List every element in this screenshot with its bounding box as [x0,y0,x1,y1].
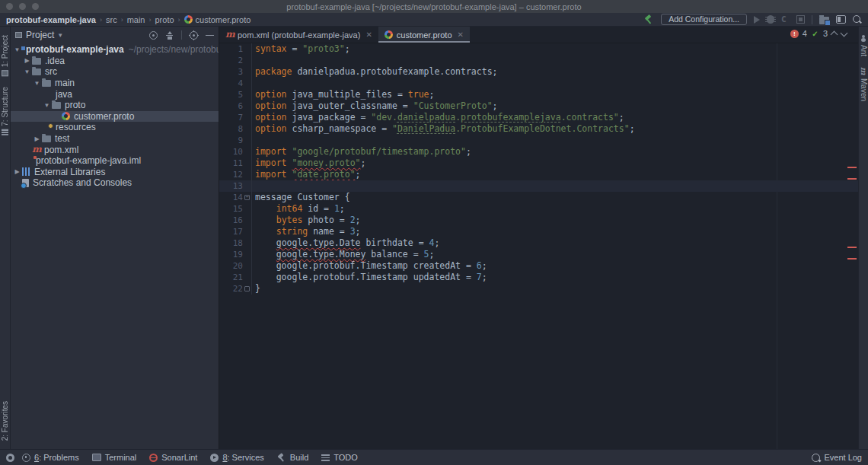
chevron-right-icon[interactable]: ▶ [32,135,42,142]
code-line[interactable]: 18 google.type.Date birthdate = 4; [219,237,858,249]
code-line[interactable]: 6option java_outer_classname = "Customer… [219,100,858,112]
previous-problem-icon[interactable] [831,30,838,37]
chevron-down-icon[interactable]: ▼ [42,102,52,109]
fold-open-icon[interactable]: − [244,195,250,200]
chevron-right-icon[interactable]: ▶ [12,168,22,175]
tool-strip-label: Ant [860,45,868,56]
chevron-down-icon[interactable]: ▼ [57,32,63,39]
project-panel-title[interactable]: Project [26,30,54,40]
code-editor[interactable]: 1syntax = "proto3";23package danielpadua… [219,43,858,449]
code-line[interactable]: 20 google.protobuf.Timestamp createdAt =… [219,260,858,272]
breadcrumb-label: proto [155,15,174,24]
code-line[interactable]: 17 string name = 3; [219,226,858,237]
chevron-right-icon[interactable]: ▶ [22,57,32,64]
build-hammer-icon[interactable] [644,14,654,24]
tree-item-main[interactable]: ▼main [11,78,219,89]
tree-item-scratches-and-consoles[interactable]: Scratches and Consoles [11,177,219,189]
collapse-all-icon[interactable] [165,31,174,40]
maven-side-icon [860,67,868,75]
tree-item-external-libraries[interactable]: ▶External Libraries [11,167,219,178]
code-line[interactable]: 2 [219,55,858,66]
tree-item-resources[interactable]: resources [11,122,219,133]
toolwindow-icon[interactable] [836,15,846,24]
code-line[interactable]: 4 [219,78,858,89]
run-icon[interactable] [754,16,760,24]
fold-column [243,89,252,100]
error-stripe-mark[interactable] [847,258,857,260]
close-icon[interactable]: ✕ [458,30,464,39]
code-line[interactable]: 21 google.protobuf.Timestamp updatedAt =… [219,272,858,283]
tool-strip-label: 1: Project [1,35,9,67]
breadcrumb-separator-icon: › [121,16,123,24]
tree-item-test[interactable]: ▶test [11,133,219,145]
breadcrumb-item[interactable]: main [127,15,145,24]
tool-strip-button-7-structure[interactable]: 7: Structure [1,87,9,135]
editor-tab-pom-xml[interactable]: pom.xml (protobuf-example-java)✕ [219,27,378,43]
next-problem-icon[interactable] [841,30,847,37]
gear-icon[interactable] [190,31,198,40]
code-line[interactable]: 11import "money.proto"; [219,158,858,169]
code-line[interactable]: 22} [219,283,858,295]
code-line[interactable]: 16 bytes photo = 2; [219,215,858,226]
close-icon[interactable]: ✕ [365,30,372,39]
chevron-down-icon[interactable]: ▼ [22,68,32,75]
code-line[interactable]: 15 int64 id = 1; [219,203,858,215]
code-line[interactable]: 1syntax = "proto3"; [219,43,858,55]
tool-strip-button-2-favorites[interactable]: 2: Favorites [1,398,9,441]
hide-panel-icon[interactable] [206,31,214,40]
status-item-services[interactable]: 8: Services [210,453,263,462]
breadcrumb-item[interactable]: src [106,15,117,24]
tree-item--idea[interactable]: ▶.idea [11,56,219,67]
code-line[interactable]: 5option java_multiple_files = true; [219,89,858,100]
editor-tab-customer-proto[interactable]: customer.proto✕ [378,27,470,43]
code-line[interactable]: 19 google.type.Money balance = 5; [219,249,858,260]
locate-file-icon[interactable] [149,31,158,40]
error-stripe-mark[interactable] [847,247,857,248]
status-item-event-log[interactable]: Event Log [812,453,862,462]
status-item-sonarlint[interactable]: SonarLint [149,453,197,462]
code-line[interactable]: 12import "date.proto"; [219,169,858,180]
search-everywhere-icon[interactable] [853,15,862,24]
ant-icon [860,35,866,42]
code-line[interactable]: 7option java_package = "dev.danielpadua.… [219,112,858,123]
status-item-build[interactable]: Build [277,453,308,462]
inspection-widget[interactable]: 4 3 [790,29,847,38]
line-number: 10 [219,146,243,158]
code-line[interactable]: 10import "google/protobuf/timestamp.prot… [219,146,858,158]
add-configuration-button[interactable]: Add Configuration... [661,14,747,25]
tree-item-customer-proto[interactable]: customer.proto [11,111,219,123]
chevron-down-icon[interactable]: ▼ [32,80,42,87]
profiler-icon[interactable] [796,15,805,24]
code-line[interactable]: 3package danielpadua.protobufexample.con… [219,66,858,78]
breadcrumb-item[interactable]: protobuf-example-java [6,15,96,24]
fold-close-icon[interactable] [244,286,250,291]
toolwindow-switcher-icon[interactable] [6,454,14,462]
debug-icon[interactable] [767,15,774,24]
folder-icon [42,135,51,142]
tool-strip-button-ant[interactable]: Ant [860,35,868,56]
error-stripe-mark[interactable] [847,178,857,180]
tree-item-protobuf-example-java-iml[interactable]: protobuf-example-java.iml [11,155,219,167]
breadcrumb-item[interactable]: customer.proto [184,15,251,24]
breadcrumb-label: customer.proto [196,15,251,24]
code-line[interactable]: 8option csharp_namespace = "DanielPadua.… [219,123,858,135]
code-text: google.protobuf.Timestamp createdAt = 6; [252,260,487,272]
status-item-terminal[interactable]: Terminal [92,453,137,462]
code-line[interactable]: 13 [219,180,858,192]
tool-strip-button-1-project[interactable]: 1: Project [1,35,9,76]
code-line[interactable]: 14−message Customer { [219,192,858,203]
tool-strip-button-maven[interactable]: Maven [860,67,868,101]
project-structure-icon[interactable] [819,17,829,24]
coverage-icon[interactable] [781,15,790,24]
status-item-todo[interactable]: TODO [321,453,358,462]
breadcrumb-item[interactable]: proto [155,15,174,24]
tree-item-proto[interactable]: ▼proto [11,100,219,111]
navigation-bar: protobuf-example-java›src›main›proto›cus… [0,13,868,27]
tree-item-pom-xml[interactable]: pom.xml [11,144,219,155]
tree-item-src[interactable]: ▼src [11,66,219,78]
tree-item-java[interactable]: java [11,88,219,100]
code-line[interactable]: 9 [219,135,858,146]
status-item-problems[interactable]: 6: Problems [22,453,79,462]
error-stripe-mark[interactable] [847,167,857,168]
tree-item-protobuf-example-java[interactable]: ▼protobuf-example-java~/projects/new/pro… [11,44,219,56]
